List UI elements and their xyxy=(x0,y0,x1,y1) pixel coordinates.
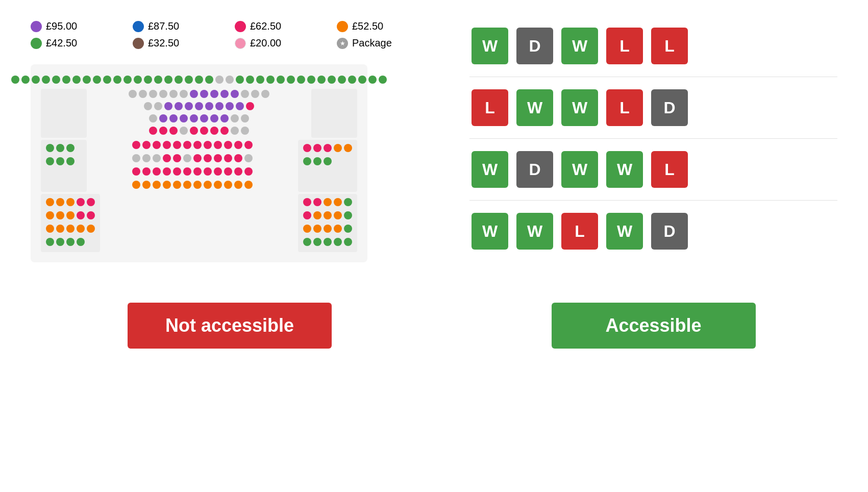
seat[interactable] xyxy=(142,167,151,176)
seat[interactable] xyxy=(56,225,64,233)
seat[interactable] xyxy=(303,144,311,152)
seat[interactable] xyxy=(77,198,85,206)
seat[interactable] xyxy=(234,141,242,149)
seat[interactable] xyxy=(66,144,75,152)
seat[interactable] xyxy=(175,102,183,110)
seat[interactable] xyxy=(11,76,19,84)
seat[interactable] xyxy=(214,141,222,149)
seat[interactable] xyxy=(190,90,198,98)
seat[interactable] xyxy=(236,102,244,110)
seat[interactable] xyxy=(46,225,54,233)
seat[interactable] xyxy=(204,141,212,149)
seat[interactable] xyxy=(185,102,193,110)
seat[interactable] xyxy=(93,76,101,84)
seat[interactable] xyxy=(231,90,239,98)
seat[interactable] xyxy=(132,167,140,176)
seat[interactable] xyxy=(277,76,285,84)
seat[interactable] xyxy=(334,225,342,233)
seat[interactable] xyxy=(169,127,178,135)
seat[interactable] xyxy=(344,238,352,246)
seat[interactable] xyxy=(144,76,152,84)
seat[interactable] xyxy=(214,154,222,162)
seat[interactable] xyxy=(66,238,75,246)
seat[interactable] xyxy=(87,198,95,206)
seat[interactable] xyxy=(210,90,218,98)
seat[interactable] xyxy=(220,127,229,135)
seat[interactable] xyxy=(66,198,75,206)
seat[interactable] xyxy=(224,167,232,176)
seat[interactable] xyxy=(297,76,305,84)
not-accessible-button[interactable]: Not accessible xyxy=(128,303,332,349)
seat[interactable] xyxy=(205,102,213,110)
seat[interactable] xyxy=(185,76,193,84)
seat[interactable] xyxy=(214,167,222,176)
seat[interactable] xyxy=(87,211,95,219)
seat[interactable] xyxy=(190,127,198,135)
seat[interactable] xyxy=(163,167,171,176)
seat[interactable] xyxy=(159,114,167,122)
seat[interactable] xyxy=(204,154,212,162)
seat[interactable] xyxy=(46,211,54,219)
seat[interactable] xyxy=(224,141,232,149)
seat[interactable] xyxy=(56,157,64,165)
seat[interactable] xyxy=(324,144,332,152)
seat[interactable] xyxy=(234,181,242,189)
seat[interactable] xyxy=(195,102,203,110)
seat[interactable] xyxy=(246,76,254,84)
seat[interactable] xyxy=(324,198,332,206)
seat[interactable] xyxy=(324,225,332,233)
seat[interactable] xyxy=(193,141,202,149)
seat[interactable] xyxy=(313,144,321,152)
seat[interactable] xyxy=(287,76,295,84)
seat[interactable] xyxy=(142,141,151,149)
seat[interactable] xyxy=(77,238,85,246)
seat[interactable] xyxy=(21,76,30,84)
seat[interactable] xyxy=(313,225,321,233)
seat[interactable] xyxy=(183,167,191,176)
seat[interactable] xyxy=(214,181,222,189)
seat[interactable] xyxy=(193,167,202,176)
seat[interactable] xyxy=(173,141,181,149)
seat[interactable] xyxy=(303,238,311,246)
seat[interactable] xyxy=(193,154,202,162)
seat[interactable] xyxy=(153,167,161,176)
seat[interactable] xyxy=(303,225,311,233)
seat[interactable] xyxy=(344,198,352,206)
seat[interactable] xyxy=(173,167,181,176)
seat[interactable] xyxy=(215,102,224,110)
seat[interactable] xyxy=(56,238,64,246)
seat[interactable] xyxy=(313,198,321,206)
seat[interactable] xyxy=(42,76,50,84)
seat[interactable] xyxy=(368,76,377,84)
seat[interactable] xyxy=(200,127,208,135)
seat[interactable] xyxy=(317,76,326,84)
seat[interactable] xyxy=(46,144,54,152)
seat[interactable] xyxy=(224,154,232,162)
seat[interactable] xyxy=(344,211,352,219)
seat[interactable] xyxy=(324,238,332,246)
seat[interactable] xyxy=(246,102,254,110)
seat[interactable] xyxy=(338,76,346,84)
seat[interactable] xyxy=(234,167,242,176)
seat[interactable] xyxy=(204,181,212,189)
seat[interactable] xyxy=(324,211,332,219)
seat[interactable] xyxy=(313,157,321,165)
seat[interactable] xyxy=(83,76,91,84)
seat[interactable] xyxy=(244,181,253,189)
seat[interactable] xyxy=(334,211,342,219)
seat[interactable] xyxy=(66,157,75,165)
seat[interactable] xyxy=(56,211,64,219)
seat[interactable] xyxy=(256,76,264,84)
seat[interactable] xyxy=(123,76,132,84)
seat[interactable] xyxy=(236,76,244,84)
seat[interactable] xyxy=(66,211,75,219)
seat[interactable] xyxy=(226,102,234,110)
seat[interactable] xyxy=(153,141,161,149)
seat[interactable] xyxy=(266,76,275,84)
seat[interactable] xyxy=(220,90,229,98)
seat[interactable] xyxy=(66,225,75,233)
seat[interactable] xyxy=(164,76,172,84)
seat[interactable] xyxy=(153,181,161,189)
seat[interactable] xyxy=(334,144,342,152)
seat[interactable] xyxy=(113,76,121,84)
